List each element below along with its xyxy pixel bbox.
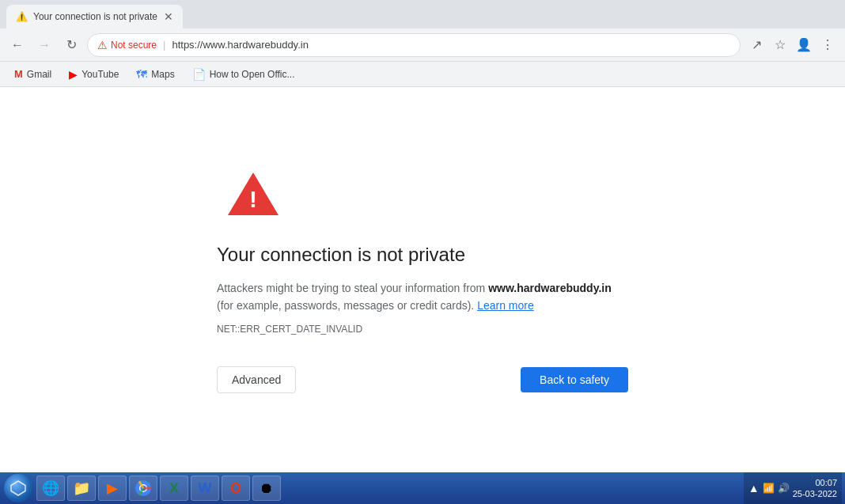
taskbar-record-icon[interactable]: ⏺ <box>252 476 281 501</box>
description-prefix: Attackers might be trying to steal your … <box>217 282 488 294</box>
url-text: https://www.hardwarebuddy.in <box>172 39 308 51</box>
address-bar-row: ← → ↻ ⚠ Not secure | https://www.hardwar… <box>0 28 845 62</box>
error-description: Attackers might be trying to steal your … <box>217 279 628 315</box>
bookmark-howto-label: How to Open Offic... <box>210 69 295 80</box>
profile-button[interactable]: 👤 <box>793 34 815 56</box>
description-suffix: (for example, passwords, messages or cre… <box>217 299 474 312</box>
bookmark-maps[interactable]: 🗺 Maps <box>130 66 180 83</box>
taskbar: 🌐 📁 ▶ <box>0 472 845 504</box>
error-title: Your connection is not private <box>217 242 465 267</box>
active-tab[interactable]: ⚠️ Your connection is not private ✕ <box>6 5 183 28</box>
youtube-icon: ▶ <box>69 68 78 81</box>
bookmark-gmail[interactable]: M Gmail <box>8 66 58 82</box>
start-button[interactable] <box>3 473 33 503</box>
not-secure-label: Not secure <box>111 40 157 51</box>
address-bar[interactable]: ⚠ Not secure | https://www.hardwarebuddy… <box>87 33 741 57</box>
advanced-button[interactable]: Advanced <box>217 366 296 393</box>
taskbar-ie-icon[interactable]: 🌐 <box>36 476 65 501</box>
tab-bar: ⚠️ Your connection is not private ✕ <box>0 0 845 28</box>
start-orb-icon <box>4 474 32 502</box>
bookmark-howto[interactable]: 📄 How to Open Offic... <box>186 66 301 83</box>
bookmark-maps-label: Maps <box>151 69 174 80</box>
tray-icons: ▲ 📶 🔊 <box>748 482 790 495</box>
tray-volume-icon[interactable]: 🔊 <box>778 483 790 494</box>
tab-favicon: ⚠️ <box>16 11 27 22</box>
tab-close-button[interactable]: ✕ <box>164 10 173 23</box>
share-button[interactable]: ↗ <box>745 34 767 56</box>
clock-date: 25-03-2022 <box>793 488 837 499</box>
taskbar-word-icon[interactable]: W <box>191 476 219 501</box>
bookmark-gmail-label: Gmail <box>27 69 51 80</box>
tray-arrow-icon[interactable]: ▲ <box>748 482 760 495</box>
taskbar-media-icon[interactable]: ▶ <box>98 476 127 501</box>
browser-frame: ⚠️ Your connection is not private ✕ ← → … <box>0 0 845 504</box>
tray-network-icon: 📶 <box>763 483 775 494</box>
maps-icon: 🗺 <box>136 68 147 81</box>
warning-icon: ⚠ <box>97 39 108 51</box>
forward-button[interactable]: → <box>33 34 55 56</box>
error-code: NET::ERR_CERT_DATE_INVALID <box>217 324 362 335</box>
tab-title: Your connection is not private <box>33 11 157 22</box>
taskbar-opera-icon[interactable]: O <box>222 476 250 501</box>
howto-icon: 📄 <box>192 68 206 81</box>
error-container: ! Your connection is not private Attacke… <box>201 150 644 410</box>
warning-triangle-icon: ! <box>225 166 282 223</box>
menu-button[interactable]: ⋮ <box>817 34 839 56</box>
learn-more-link[interactable]: Learn more <box>477 299 534 312</box>
taskbar-excel-icon[interactable]: X <box>160 476 188 501</box>
not-secure-badge: ⚠ Not secure <box>97 39 157 51</box>
tray-clock[interactable]: 00:07 25-03-2022 <box>793 477 837 500</box>
url-divider: | <box>163 39 165 51</box>
back-button[interactable]: ← <box>6 34 28 56</box>
reload-button[interactable]: ↻ <box>60 34 82 56</box>
bookmark-youtube[interactable]: ▶ YouTube <box>63 66 125 83</box>
back-to-safety-button[interactable]: Back to safety <box>521 367 628 392</box>
taskbar-items: 🌐 📁 ▶ <box>36 476 741 501</box>
clock-time: 00:07 <box>815 477 837 488</box>
taskbar-tray: ▲ 📶 🔊 00:07 25-03-2022 <box>744 472 842 504</box>
gmail-icon: M <box>14 68 23 80</box>
error-domain: www.hardwarebuddy.in <box>488 282 612 294</box>
page-content: ! Your connection is not private Attacke… <box>0 87 845 472</box>
taskbar-explorer-icon[interactable]: 📁 <box>67 476 96 501</box>
bookmarks-bar: M Gmail ▶ YouTube 🗺 Maps 📄 How to Open O… <box>0 62 845 87</box>
buttons-row: Advanced Back to safety <box>217 366 628 393</box>
svg-text:!: ! <box>249 186 257 212</box>
bookmark-button[interactable]: ☆ <box>769 34 791 56</box>
address-bar-actions: ↗ ☆ 👤 ⋮ <box>745 34 839 56</box>
bookmark-youtube-label: YouTube <box>81 69 119 80</box>
svg-marker-2 <box>11 481 25 495</box>
taskbar-chrome-icon[interactable] <box>129 476 157 501</box>
